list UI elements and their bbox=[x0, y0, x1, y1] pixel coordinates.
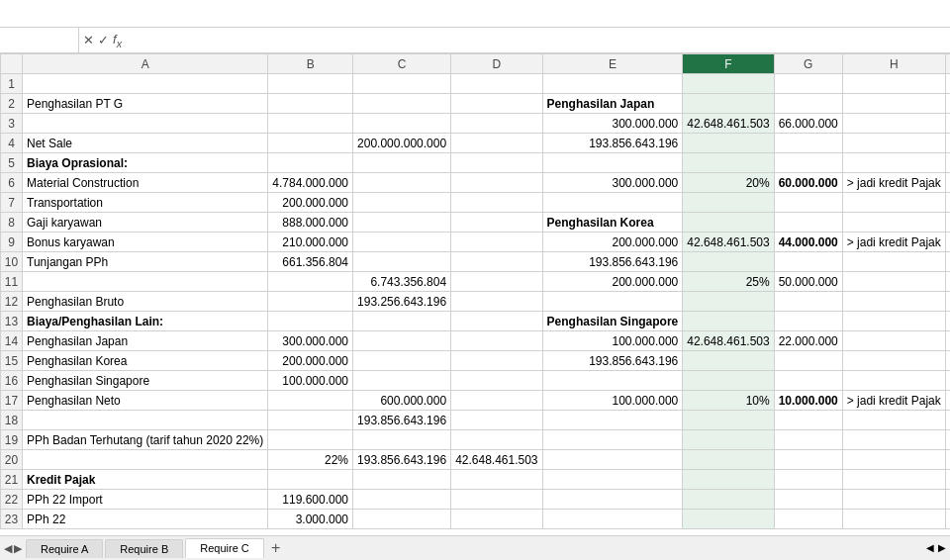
cell-r20c1[interactable] bbox=[23, 450, 268, 470]
cell-r8c9[interactable] bbox=[945, 213, 950, 233]
cell-r5c3[interactable] bbox=[353, 153, 451, 173]
cell-r21c9[interactable] bbox=[945, 470, 950, 490]
cell-r7c5[interactable] bbox=[542, 193, 683, 213]
cell-r2c7[interactable] bbox=[774, 94, 842, 114]
table-row[interactable]: 4Net Sale200.000.000.000193.856.643.196 bbox=[1, 134, 951, 153]
cell-r8c1[interactable]: Gaji karyawan bbox=[23, 213, 268, 233]
cell-r21c7[interactable] bbox=[774, 470, 842, 490]
cell-r9c6[interactable]: 42.648.461.503 bbox=[683, 233, 774, 252]
cell-r6c5[interactable]: 300.000.000 bbox=[542, 173, 683, 193]
cell-r4c8[interactable] bbox=[842, 134, 945, 153]
cell-r9c8[interactable]: > jadi kredit Pajak bbox=[842, 233, 945, 252]
cell-r23c4[interactable] bbox=[451, 510, 542, 529]
cell-r23c1[interactable]: PPh 22 bbox=[23, 510, 268, 529]
col-header-B[interactable]: B bbox=[268, 54, 353, 74]
cell-r18c4[interactable] bbox=[451, 411, 542, 430]
menu-data[interactable] bbox=[99, 11, 119, 17]
cell-r10c3[interactable] bbox=[353, 252, 451, 272]
col-header-I[interactable]: I bbox=[945, 54, 950, 74]
cell-r15c6[interactable] bbox=[683, 351, 774, 371]
cell-r16c7[interactable] bbox=[774, 371, 842, 391]
cell-r6c4[interactable] bbox=[451, 173, 542, 193]
cell-r4c2[interactable] bbox=[268, 134, 353, 153]
cell-r10c9[interactable] bbox=[945, 252, 950, 272]
cell-r9c4[interactable] bbox=[451, 233, 542, 252]
cell-r12c7[interactable] bbox=[774, 292, 842, 312]
cell-r5c7[interactable] bbox=[774, 153, 842, 173]
cell-r18c3[interactable]: 193.856.643.196 bbox=[353, 411, 451, 430]
cell-r19c4[interactable] bbox=[451, 430, 542, 450]
cell-r7c6[interactable] bbox=[683, 193, 774, 213]
cell-r19c8[interactable] bbox=[842, 430, 945, 450]
cell-r19c9[interactable] bbox=[945, 430, 950, 450]
cell-r14c7[interactable]: 22.000.000 bbox=[774, 331, 842, 351]
cell-r20c2[interactable]: 22% bbox=[268, 450, 353, 470]
menu-acrobat[interactable] bbox=[178, 11, 198, 17]
cell-r11c2[interactable] bbox=[268, 272, 353, 292]
cell-r4c3[interactable]: 200.000.000.000 bbox=[353, 134, 451, 153]
cell-r21c4[interactable] bbox=[451, 470, 542, 490]
cell-r16c2[interactable]: 100.000.000 bbox=[268, 371, 353, 391]
cell-r23c6[interactable] bbox=[683, 510, 774, 529]
menu-formulas[interactable] bbox=[79, 11, 99, 17]
cell-r2c2[interactable] bbox=[268, 94, 353, 114]
cell-r4c1[interactable]: Net Sale bbox=[23, 134, 268, 153]
cell-r12c5[interactable] bbox=[542, 292, 683, 312]
cell-r17c4[interactable] bbox=[451, 391, 542, 411]
formula-input[interactable] bbox=[126, 34, 950, 47]
cell-r9c7[interactable]: 44.000.000 bbox=[774, 233, 842, 252]
cell-r19c7[interactable] bbox=[774, 430, 842, 450]
cell-r16c9[interactable] bbox=[945, 371, 950, 391]
cell-r14c3[interactable] bbox=[353, 331, 451, 351]
cell-r10c2[interactable]: 661.356.804 bbox=[268, 252, 353, 272]
cell-r15c8[interactable] bbox=[842, 351, 945, 371]
cell-r10c6[interactable] bbox=[683, 252, 774, 272]
table-row[interactable]: 19PPh Badan Terhutang (tarif tahun 2020 … bbox=[1, 430, 951, 450]
cell-r4c5[interactable]: 193.856.643.196 bbox=[542, 134, 683, 153]
cell-r21c1[interactable]: Kredit Pajak bbox=[23, 470, 268, 490]
cell-r23c3[interactable] bbox=[353, 510, 451, 529]
col-header-D[interactable]: D bbox=[451, 54, 542, 74]
cell-r12c9[interactable] bbox=[945, 292, 950, 312]
cell-r3c9[interactable] bbox=[945, 114, 950, 134]
cell-r3c5[interactable]: 300.000.000 bbox=[542, 114, 683, 134]
cell-r23c8[interactable] bbox=[842, 510, 945, 529]
table-row[interactable]: 22PPh 22 Import119.600.000 bbox=[1, 490, 951, 510]
cell-r16c1[interactable]: Penghasilan Singapore bbox=[23, 371, 268, 391]
cell-r8c6[interactable] bbox=[683, 213, 774, 233]
table-row[interactable]: 1 bbox=[1, 74, 951, 94]
menu-page-layout[interactable] bbox=[59, 11, 79, 17]
cell-r20c7[interactable] bbox=[774, 450, 842, 470]
table-row[interactable]: 116.743.356.804200.000.00025%50.000.000 bbox=[1, 272, 951, 292]
cell-r8c5[interactable]: Penghasilan Korea bbox=[542, 213, 683, 233]
cell-r1c7[interactable] bbox=[774, 74, 842, 94]
cell-r18c6[interactable] bbox=[683, 411, 774, 430]
table-row[interactable]: 18193.856.643.196 bbox=[1, 411, 951, 430]
col-header-G[interactable]: G bbox=[774, 54, 842, 74]
cell-r22c3[interactable] bbox=[353, 490, 451, 510]
cell-r18c2[interactable] bbox=[268, 411, 353, 430]
table-row[interactable]: 7 Transportation200.000.000 bbox=[1, 193, 951, 213]
cell-r2c6[interactable] bbox=[683, 94, 774, 114]
cell-r1c3[interactable] bbox=[353, 74, 451, 94]
cell-r12c1[interactable]: Penghasilan Bruto bbox=[23, 292, 268, 312]
cell-r22c2[interactable]: 119.600.000 bbox=[268, 490, 353, 510]
menu-view[interactable] bbox=[139, 11, 158, 17]
cell-r22c6[interactable] bbox=[683, 490, 774, 510]
cell-reference-box[interactable] bbox=[0, 28, 79, 52]
cell-r20c4[interactable]: 42.648.461.503 bbox=[451, 450, 542, 470]
cell-r1c1[interactable] bbox=[23, 74, 268, 94]
cell-r7c7[interactable] bbox=[774, 193, 842, 213]
cell-r18c7[interactable] bbox=[774, 411, 842, 430]
table-row[interactable]: 15 Penghasilan Korea200.000.000193.856.6… bbox=[1, 351, 951, 371]
cell-r11c3[interactable]: 6.743.356.804 bbox=[353, 272, 451, 292]
cell-r9c3[interactable] bbox=[353, 233, 451, 252]
col-header-A[interactable]: A bbox=[23, 54, 268, 74]
cell-r8c8[interactable] bbox=[842, 213, 945, 233]
cell-r9c9[interactable] bbox=[945, 233, 950, 252]
cell-r5c1[interactable]: Biaya Oprasional: bbox=[23, 153, 268, 173]
cell-r17c3[interactable]: 600.000.000 bbox=[353, 391, 451, 411]
cell-r6c9[interactable] bbox=[945, 173, 950, 193]
cell-r15c5[interactable]: 193.856.643.196 bbox=[542, 351, 683, 371]
cell-r15c3[interactable] bbox=[353, 351, 451, 371]
